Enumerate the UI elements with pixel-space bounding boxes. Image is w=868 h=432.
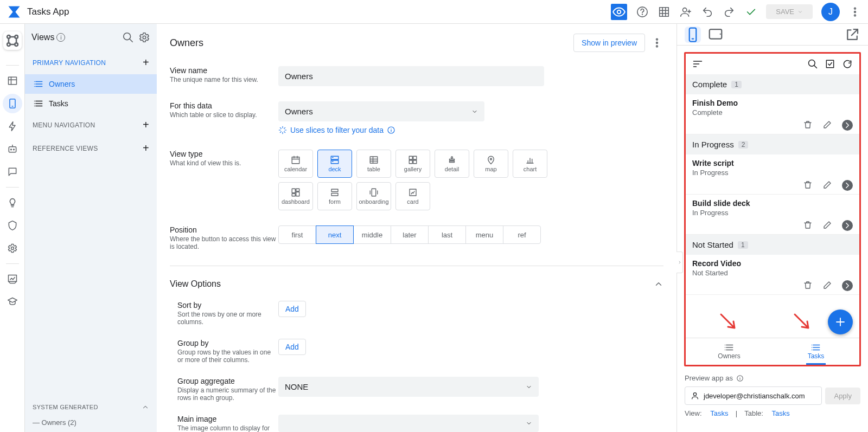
trash-icon[interactable] (803, 220, 813, 230)
preview-email-select[interactable]: jdeveloper@christianschalk.com (685, 386, 822, 405)
add-ref-view-icon[interactable]: + (143, 142, 149, 154)
rail-settings-icon[interactable] (3, 238, 22, 258)
live-preview-toggle[interactable] (611, 4, 627, 20)
go-icon[interactable] (842, 220, 853, 231)
tile-onboarding[interactable]: onboarding (356, 182, 391, 210)
rail-data-icon[interactable] (3, 71, 22, 91)
section-system-generated[interactable]: SYSTEM GENERATED (25, 398, 157, 416)
group-by-add-button[interactable]: Add (278, 339, 306, 355)
save-button[interactable]: SAVE (766, 4, 813, 19)
view-item-tasks[interactable]: Tasks (25, 94, 157, 113)
pos-first[interactable]: first (278, 225, 316, 244)
rail-security-icon[interactable] (3, 216, 22, 235)
tile-table[interactable]: table (356, 150, 391, 178)
view-name-input[interactable] (278, 66, 544, 86)
tile-gallery[interactable]: gallery (395, 150, 430, 178)
tile-calendar[interactable]: calendar (278, 150, 313, 178)
pos-next[interactable]: next (316, 225, 354, 244)
tile-detail[interactable]: detail (435, 150, 469, 178)
edit-icon[interactable] (822, 120, 832, 130)
grid-icon[interactable] (658, 5, 671, 18)
rail-views-icon[interactable] (3, 94, 22, 113)
section-ref-views[interactable]: REFERENCE VIEWS+ (25, 137, 157, 160)
tile-card[interactable]: card (395, 182, 430, 210)
user-avatar[interactable]: J (821, 3, 840, 21)
add-user-icon[interactable] (679, 5, 692, 18)
svg-point-22 (656, 42, 658, 44)
search-icon[interactable] (807, 59, 818, 69)
rail-actions-icon[interactable] (3, 117, 22, 136)
sysgen-item[interactable]: — Owners (2) (25, 416, 157, 432)
pos-last[interactable]: last (428, 225, 466, 244)
go-icon[interactable] (842, 280, 853, 291)
tile-dashboard[interactable]: dashboard (278, 182, 313, 210)
task-row[interactable]: Build slide deck In Progress (686, 195, 859, 235)
rail-chat-icon[interactable] (3, 162, 22, 182)
device-tablet-icon[interactable] (707, 27, 724, 43)
phone-nav-owners[interactable]: Owners (686, 338, 773, 365)
footer-view-link[interactable]: Tasks (710, 409, 728, 417)
redo-icon[interactable] (723, 5, 736, 18)
sort-icon[interactable] (692, 59, 703, 69)
suggestions-icon[interactable] (3, 31, 22, 50)
view-item-owners[interactable]: Owners (25, 74, 157, 94)
info-icon[interactable] (736, 375, 744, 382)
rail-learn-icon[interactable] (3, 292, 22, 312)
select-icon[interactable] (825, 59, 835, 69)
svg-rect-31 (409, 160, 412, 164)
rail-bot-icon[interactable] (3, 139, 22, 159)
editor-more-icon[interactable] (650, 36, 663, 49)
open-external-icon[interactable] (844, 27, 860, 43)
trash-icon[interactable] (803, 280, 813, 290)
apply-button[interactable]: Apply (825, 388, 860, 404)
tile-map[interactable]: map (474, 150, 508, 178)
slices-link[interactable]: Use slices to filter your data (278, 126, 663, 134)
pos-menu[interactable]: menu (465, 225, 503, 244)
search-icon[interactable] (122, 31, 134, 43)
trash-icon[interactable] (803, 120, 813, 130)
undo-icon[interactable] (701, 5, 714, 18)
go-icon[interactable] (842, 180, 853, 191)
footer-table-link[interactable]: Tasks (772, 409, 790, 417)
group-agg-select[interactable]: NONE (278, 377, 539, 397)
for-data-select[interactable]: Owners (278, 101, 484, 121)
annotation-arrow-icon (718, 312, 740, 333)
pos-later[interactable]: later (391, 225, 429, 244)
help-icon[interactable] (636, 5, 649, 18)
main-image-select[interactable] (278, 415, 539, 432)
task-row[interactable]: Write script In Progress (686, 154, 859, 195)
info-icon[interactable]: i (56, 33, 65, 42)
tile-deck[interactable]: deck (317, 150, 352, 178)
tile-form[interactable]: form (317, 182, 352, 210)
trash-icon[interactable] (803, 180, 813, 190)
task-row[interactable]: Record Video Not Started (686, 255, 859, 295)
pos-middle[interactable]: middle (353, 225, 391, 244)
edit-icon[interactable] (822, 180, 832, 190)
rail-idea-icon[interactable] (3, 193, 22, 212)
pos-ref[interactable]: ref (503, 225, 541, 244)
appsheet-logo-icon (7, 4, 22, 20)
edit-icon[interactable] (822, 220, 832, 230)
go-icon[interactable] (842, 120, 853, 131)
sort-by-add-button[interactable]: Add (278, 301, 306, 317)
device-mobile-icon[interactable] (685, 27, 701, 43)
rail-manage-icon[interactable] (3, 269, 22, 289)
refresh-icon[interactable] (842, 59, 853, 69)
task-row[interactable]: Finish Demo Complete (686, 94, 859, 134)
collapse-handle-icon[interactable] (676, 252, 683, 273)
show-in-preview-button[interactable]: Show in preview (573, 34, 645, 52)
check-icon[interactable] (744, 5, 757, 18)
more-vert-icon[interactable] (848, 5, 861, 18)
svg-point-33 (451, 157, 453, 158)
phone-bottom-nav: Owners Tasks (686, 338, 859, 365)
view-options-header[interactable]: View Options (170, 274, 663, 294)
add-menu-view-icon[interactable]: + (143, 119, 149, 131)
tile-chart[interactable]: chart (513, 150, 547, 178)
section-menu-nav[interactable]: MENU NAVIGATION+ (25, 113, 157, 137)
phone-nav-tasks[interactable]: Tasks (773, 338, 859, 365)
section-primary-nav[interactable]: PRIMARY NAVIGATION+ (25, 51, 157, 74)
add-primary-view-icon[interactable]: + (143, 56, 149, 69)
gear-icon[interactable] (138, 31, 150, 43)
fab-add-button[interactable] (828, 310, 853, 334)
edit-icon[interactable] (822, 280, 832, 290)
